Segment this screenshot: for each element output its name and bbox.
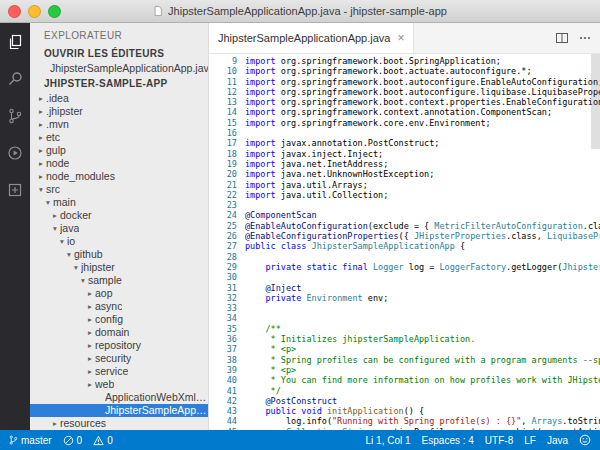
tree-item[interactable]: ▸gulp xyxy=(30,144,208,157)
chevron-right-icon[interactable]: ▸ xyxy=(85,365,95,378)
code-line: public class JhipsterSampleApplicationAp… xyxy=(245,241,600,251)
tree-item[interactable]: ▸docker xyxy=(30,209,208,222)
activity-item-explorer[interactable] xyxy=(4,31,26,53)
chevron-right-icon[interactable]: ▸ xyxy=(50,209,60,222)
chevron-down-icon[interactable]: ▾ xyxy=(71,261,81,274)
split-editor-icon[interactable] xyxy=(555,31,569,45)
tree-item[interactable]: ▸node xyxy=(30,157,208,170)
tab-jhipster-sample-application-app[interactable]: JhipsterSampleApplicationApp.java × xyxy=(209,23,414,53)
tree-item[interactable]: ▾jhipster xyxy=(30,261,208,274)
activity-item-extensions[interactable] xyxy=(4,179,26,201)
activity-item-source-control[interactable] xyxy=(4,105,26,127)
tree-item[interactable]: ▸config xyxy=(30,313,208,326)
status-git-branch-label: master xyxy=(21,435,52,446)
status-indentation[interactable]: Espaces : 4 xyxy=(422,435,474,446)
tree-item[interactable]: ▸node_modules xyxy=(30,170,208,183)
activity-bar xyxy=(0,23,30,430)
tree-item[interactable]: ▾main xyxy=(30,196,208,209)
code-line: import org.springframework.boot.context.… xyxy=(245,97,600,107)
code-line: * <p> xyxy=(245,365,600,375)
tree-item-label: io xyxy=(67,235,75,248)
tree-item[interactable]: ▸repository xyxy=(30,339,208,352)
chevron-right-icon[interactable]: ▸ xyxy=(50,417,60,430)
open-editor-item[interactable]: JhipsterSampleApplicationApp.javasrc/m..… xyxy=(30,61,208,76)
open-editors-list: JhipsterSampleApplicationApp.javasrc/m..… xyxy=(30,61,208,76)
status-language-mode-label: Java xyxy=(547,435,568,446)
editor-actions xyxy=(555,23,592,53)
tree-item[interactable]: ▸etc xyxy=(30,131,208,144)
tree-item-label: domain xyxy=(95,326,129,339)
chevron-right-icon[interactable]: ▸ xyxy=(36,105,46,118)
status-eol[interactable]: LF xyxy=(524,435,536,446)
tree-item[interactable]: ▸security xyxy=(30,352,208,365)
chevron-right-icon[interactable]: ▸ xyxy=(36,92,46,105)
chevron-right-icon[interactable]: ▸ xyxy=(85,313,95,326)
chevron-right-icon[interactable]: ▸ xyxy=(85,352,95,365)
vscode-window: JhipsterSampleApplicationApp.java - jhip… xyxy=(0,0,600,450)
status-errors-label: 0 xyxy=(77,435,83,446)
chevron-right-icon[interactable]: ▸ xyxy=(36,118,46,131)
activity-item-search[interactable] xyxy=(4,68,26,90)
chevron-right-icon[interactable]: ▸ xyxy=(36,131,46,144)
status-cursor-position[interactable]: Li 1, Col 1 xyxy=(366,435,411,446)
chevron-right-icon[interactable]: ▸ xyxy=(36,157,46,170)
tree-item[interactable]: ▾github xyxy=(30,248,208,261)
close-tab-icon[interactable]: × xyxy=(397,32,404,44)
chevron-right-icon[interactable]: ▸ xyxy=(85,287,95,300)
line-number: 34 xyxy=(209,313,237,323)
line-number: 24 xyxy=(209,210,237,220)
chevron-down-icon[interactable]: ▾ xyxy=(50,222,60,235)
project-header[interactable]: JHIPSTER-SAMPLE-APP xyxy=(30,76,208,91)
chevron-right-icon[interactable]: ▸ xyxy=(85,326,95,339)
status-errors[interactable]: 0 xyxy=(63,435,83,446)
status-language-mode[interactable]: Java xyxy=(547,435,568,446)
more-icon[interactable] xyxy=(578,31,592,45)
chevron-down-icon[interactable]: ▾ xyxy=(57,235,67,248)
status-warnings[interactable]: 0 xyxy=(93,435,113,446)
workbench: EXPLORATEUR OUVRIR LES ÉDITEURS Jhipster… xyxy=(0,23,600,430)
tree-item[interactable]: ▸.mvn xyxy=(30,118,208,131)
tree-item[interactable]: ▸web xyxy=(30,378,208,391)
line-number: 44 xyxy=(209,416,237,426)
tree-item[interactable]: ▸.idea xyxy=(30,92,208,105)
status-encoding[interactable]: UTF-8 xyxy=(485,435,513,446)
chevron-right-icon[interactable]: ▸ xyxy=(85,339,95,352)
code-line: @Inject xyxy=(245,283,600,293)
tree-item[interactable]: ▸resources xyxy=(30,417,208,430)
chevron-down-icon[interactable]: ▾ xyxy=(36,183,46,196)
tree-item-label: repository xyxy=(95,339,141,352)
chevron-right-icon[interactable]: ▸ xyxy=(36,144,46,157)
tree-item[interactable]: ▸domain xyxy=(30,326,208,339)
tree-item[interactable]: ▾io xyxy=(30,235,208,248)
tree-item[interactable]: ▸async xyxy=(30,300,208,313)
tree-item[interactable]: ▸aop xyxy=(30,287,208,300)
chevron-right-icon[interactable]: ▸ xyxy=(85,300,95,313)
close-button[interactable] xyxy=(8,5,21,18)
line-number: 23 xyxy=(209,200,237,210)
minimize-button[interactable] xyxy=(28,5,41,18)
editor-scrollbar[interactable] xyxy=(591,54,600,149)
activity-item-debug[interactable] xyxy=(4,142,26,164)
tree-item[interactable]: JhipsterSampleApplicationApp.java xyxy=(30,404,208,417)
code-editor[interactable]: 9101112131415161718192021222324252627282… xyxy=(209,54,600,430)
chevron-down-icon[interactable]: ▾ xyxy=(78,274,88,287)
open-editors-header[interactable]: OUVRIR LES ÉDITEURS xyxy=(30,46,208,61)
tree-item[interactable]: ApplicationWebXml.java xyxy=(30,391,208,404)
tree-item[interactable]: ▾java xyxy=(30,222,208,235)
chevron-right-icon[interactable]: ▸ xyxy=(85,378,95,391)
chevron-right-icon[interactable]: ▸ xyxy=(36,170,46,183)
code-line: private static final Logger log = Logger… xyxy=(245,262,600,272)
zoom-button[interactable] xyxy=(48,5,61,18)
status-feedback[interactable] xyxy=(579,434,591,446)
code-content[interactable]: import org.springframework.boot.SpringAp… xyxy=(245,54,600,430)
code-line: import javax.inject.Inject; xyxy=(245,149,600,159)
tree-item-label: node_modules xyxy=(46,170,115,183)
tree-item[interactable]: ▾sample xyxy=(30,274,208,287)
chevron-down-icon[interactable]: ▾ xyxy=(64,248,74,261)
line-number: 29 xyxy=(209,262,237,272)
tree-item[interactable]: ▾src xyxy=(30,183,208,196)
chevron-down-icon[interactable]: ▾ xyxy=(43,196,53,209)
tree-item[interactable]: ▸.jhipster xyxy=(30,105,208,118)
status-git-branch[interactable]: master xyxy=(9,434,52,446)
tree-item[interactable]: ▸service xyxy=(30,365,208,378)
